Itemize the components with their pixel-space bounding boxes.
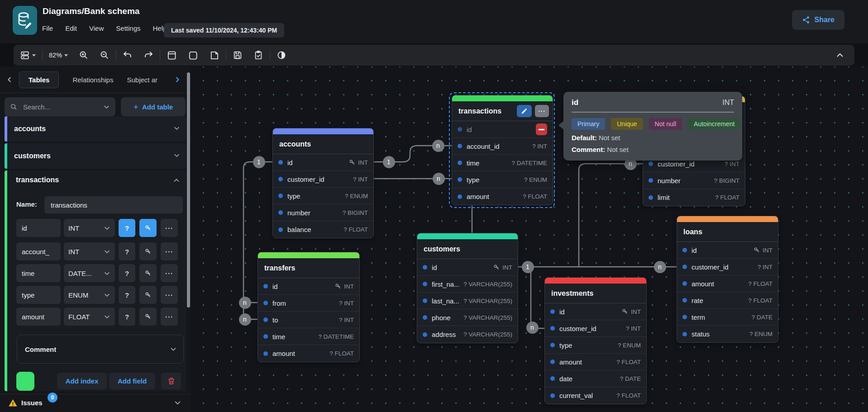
field-type-select[interactable]: INT <box>64 219 115 237</box>
field-name-input[interactable]: type <box>16 286 61 304</box>
add-note-tool-button[interactable] <box>209 50 219 61</box>
delete-table-button[interactable] <box>161 373 181 389</box>
primary-key-toggle[interactable] <box>139 242 157 260</box>
menu-item-file[interactable]: File <box>42 24 53 32</box>
add-table-tool-button[interactable] <box>167 50 177 61</box>
table-field-row-number[interactable]: number? BIGINT <box>643 172 745 189</box>
table-field-row-address[interactable]: address? VARCHAR(255) <box>417 326 518 343</box>
add-field-button[interactable]: Add field <box>109 373 155 389</box>
table-field-row-id[interactable]: id <box>452 121 553 138</box>
table-field-row-type[interactable]: type? ENUM <box>452 171 553 188</box>
chevron-down-icon[interactable] <box>173 152 180 159</box>
field-more-button[interactable]: ··· <box>161 308 178 326</box>
field-name-input[interactable]: account_ <box>16 242 61 260</box>
table-field-row-to[interactable]: to? INT <box>258 312 359 328</box>
field-type-select[interactable]: DATE... <box>64 264 115 282</box>
table-field-row-amount[interactable]: amount? FLOAT <box>545 354 646 370</box>
table-field-row-id[interactable]: idINT <box>677 242 778 259</box>
table-field-row-account-id[interactable]: account_id? INT <box>452 138 553 155</box>
nullable-toggle[interactable]: ? <box>119 308 135 326</box>
field-more-button[interactable]: ··· <box>161 286 178 304</box>
edit-table-button[interactable] <box>517 105 532 117</box>
add-area-tool-button[interactable] <box>188 50 198 61</box>
table-field-row-phone[interactable]: phone? VARCHAR(255) <box>417 309 518 326</box>
table-field-row-number[interactable]: number? BIGINT <box>273 204 373 221</box>
field-type-select[interactable]: FLOAT <box>64 308 115 326</box>
primary-key-toggle[interactable] <box>139 264 157 282</box>
share-button[interactable]: Share <box>792 10 844 30</box>
relationship-line-6[interactable] <box>579 164 643 267</box>
table-color-swatch[interactable] <box>16 372 34 391</box>
tab-relationships[interactable]: Relationships <box>72 76 113 84</box>
table-field-row-amount[interactable]: amount? FLOAT <box>677 275 778 292</box>
table-loans[interactable]: loansidINTcustomer_id? INTamount? FLOATr… <box>677 216 778 343</box>
toolbar-collapse-button[interactable] <box>835 51 844 60</box>
table-field-row-time[interactable]: time? DATETIME <box>258 328 359 345</box>
issues-bar[interactable]: Issues 0 <box>0 394 191 412</box>
table-more-button[interactable]: ··· <box>535 105 549 117</box>
save-button[interactable] <box>233 50 243 60</box>
table-field-row-current-val[interactable]: current_val? FLOAT <box>545 387 646 404</box>
tab-subject-ar[interactable]: Subject ar <box>127 76 157 84</box>
app-logo[interactable] <box>13 6 37 35</box>
chevron-down-icon[interactable] <box>173 125 180 132</box>
sidebar-scrollbar[interactable] <box>187 72 190 308</box>
table-customers[interactable]: customersidINTfirst_na...? VARCHAR(255)l… <box>417 233 518 343</box>
sidebar-item-accounts[interactable]: accounts <box>5 116 186 142</box>
theme-toggle-button[interactable] <box>277 50 286 60</box>
sidebar-item-transactions-expanded[interactable]: transactions Name: idINT?···account_INT?… <box>5 170 186 391</box>
chevron-up-icon[interactable] <box>173 177 180 184</box>
zoom-in-button[interactable] <box>79 50 89 60</box>
nullable-toggle[interactable]: ? <box>119 264 135 282</box>
table-accounts[interactable]: accountsidINTcustomer_id? INTtype? ENUMn… <box>272 128 374 238</box>
primary-key-toggle[interactable] <box>139 286 157 304</box>
table-field-row-term[interactable]: term? DATE <box>677 309 778 326</box>
table-field-row-limit[interactable]: limit? FLOAT <box>643 189 745 206</box>
table-field-row-id[interactable]: idINT <box>258 278 359 295</box>
field-name-input[interactable]: time <box>16 264 61 282</box>
add-index-button[interactable]: Add index <box>57 373 107 389</box>
table-field-row-customer-id[interactable]: customer_id? INT <box>677 259 778 275</box>
undo-button[interactable] <box>123 50 133 60</box>
comment-accordion[interactable]: Comment <box>17 335 184 364</box>
table-field-row-time[interactable]: time? DATETIME <box>452 155 553 171</box>
nullable-toggle[interactable]: ? <box>119 242 135 260</box>
tabs-scroll-left-button[interactable] <box>5 75 14 85</box>
primary-key-toggle[interactable] <box>139 219 157 237</box>
primary-key-toggle[interactable] <box>139 308 157 326</box>
table-field-row-from[interactable]: from? INT <box>258 295 359 312</box>
zoom-out-button[interactable] <box>100 50 110 60</box>
table-field-row-rate[interactable]: rate? FLOAT <box>677 292 778 309</box>
diagram-canvas[interactable]: accountsidINTcustomer_id? INTtype? ENUMn… <box>191 66 868 412</box>
field-more-button[interactable]: ··· <box>161 242 178 260</box>
table-transfers[interactable]: transfersidINTfrom? INTto? INTtime? DATE… <box>258 252 360 362</box>
field-more-button[interactable]: ··· <box>161 219 178 237</box>
table-field-row-date[interactable]: date? DATE <box>545 370 646 387</box>
field-more-button[interactable]: ··· <box>161 264 178 282</box>
table-field-row-id[interactable]: idINT <box>545 303 646 320</box>
table-field-row-id[interactable]: idINT <box>273 154 373 171</box>
table-field-row-balance[interactable]: balance? FLOAT <box>273 221 373 238</box>
todo-button[interactable] <box>253 50 263 60</box>
table-field-row-last-na[interactable]: last_na...? VARCHAR(255) <box>417 293 518 309</box>
relationship-line-5[interactable] <box>528 267 544 328</box>
search-input[interactable] <box>22 103 99 111</box>
tab-tables[interactable]: Tables <box>19 71 59 88</box>
field-type-select[interactable]: INT <box>64 242 115 260</box>
table-field-row-id[interactable]: idINT <box>417 259 518 276</box>
field-type-select[interactable]: ENUM <box>64 286 115 304</box>
table-field-row-type[interactable]: type? ENUM <box>273 188 373 204</box>
table-field-row-amount[interactable]: amount? FLOAT <box>452 188 553 205</box>
menu-item-edit[interactable]: Edit <box>65 24 77 32</box>
table-field-row-type[interactable]: type? ENUM <box>545 337 646 354</box>
field-name-input[interactable]: id <box>16 219 61 237</box>
sidebar-item-customers[interactable]: customers <box>5 143 186 169</box>
menu-item-view[interactable]: View <box>89 24 104 32</box>
nullable-toggle[interactable]: ? <box>119 219 135 237</box>
table-field-row-first-na[interactable]: first_na...? VARCHAR(255) <box>417 276 518 293</box>
redo-button[interactable] <box>143 50 153 60</box>
table-field-row-amount[interactable]: amount? FLOAT <box>258 345 359 362</box>
tabs-scroll-right-button[interactable] <box>173 75 181 85</box>
table-field-row-status[interactable]: status? ENUM <box>677 326 778 342</box>
field-name-input[interactable]: amount <box>16 308 61 326</box>
